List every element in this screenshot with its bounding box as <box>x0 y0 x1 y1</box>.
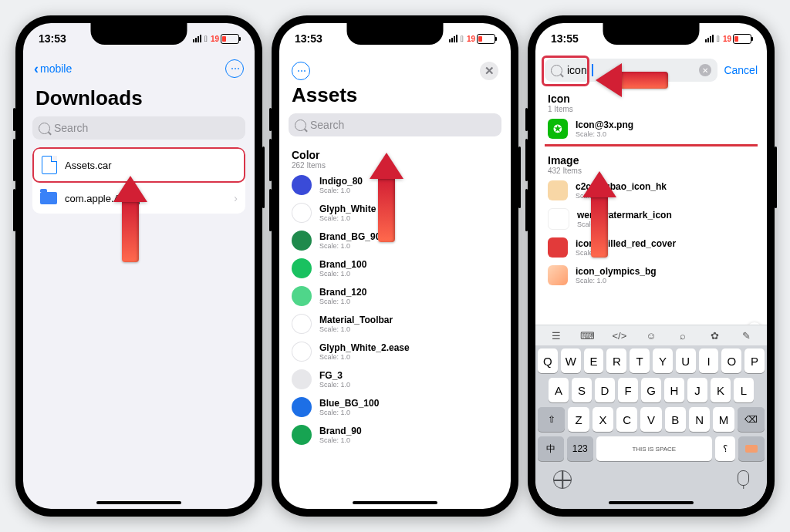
key-i[interactable]: I <box>699 348 719 373</box>
key-b[interactable]: B <box>665 407 686 432</box>
result-item[interactable]: weru watermark_iconScale: 1.0 <box>543 204 759 234</box>
back-button[interactable]: ‹ mobile <box>34 61 72 77</box>
close-button[interactable]: ✕ <box>480 62 498 80</box>
mic-icon[interactable] <box>738 470 749 486</box>
asset-item[interactable]: Glyph_White_2.easeScale: 1.0 <box>287 338 503 365</box>
key-m[interactable]: M <box>713 407 734 432</box>
kbd-tool-icon[interactable]: ☺ <box>643 328 660 342</box>
key-language[interactable]: 中 <box>538 436 564 461</box>
key-l[interactable]: L <box>734 378 754 402</box>
search-input[interactable]: icon ✕ <box>545 59 717 82</box>
keyboard: ☰ ⌨ </> ☺ ⌕ ✿ ✎ QWERTYUIOP ASDFGHJKL ⇧ZX… <box>535 325 767 509</box>
search-input[interactable]: Search <box>32 116 245 140</box>
result-thumb <box>548 208 569 230</box>
asset-scale: Scale: 1.0 <box>319 325 393 333</box>
key-p[interactable]: P <box>744 348 765 373</box>
asset-item[interactable]: Brand_90Scale: 1.0 <box>287 421 503 449</box>
home-indicator[interactable] <box>609 501 694 504</box>
nav-bar: ‹ mobile ⋯ <box>23 54 255 83</box>
battery-icon <box>221 34 239 44</box>
phone-frame-1: 13:53 􀙇 19 ‹ mobile ⋯ Downloads <box>15 15 262 517</box>
text-cursor <box>592 64 593 76</box>
file-row-assets-car[interactable]: Assets.car <box>32 147 245 183</box>
kbd-tool-icon[interactable]: </> <box>611 328 628 342</box>
key-f[interactable]: F <box>618 378 638 402</box>
asset-item[interactable]: FG_3Scale: 1.0 <box>287 365 503 393</box>
key-return[interactable] <box>738 436 765 461</box>
asset-item[interactable]: Brand_100Scale: 1.0 <box>287 254 503 282</box>
result-name: c2c_h gbao_icon_hk <box>576 181 667 192</box>
asset-name: FG_3 <box>319 370 350 381</box>
key-comma[interactable]: ⸮ <box>715 436 735 461</box>
key-k[interactable]: K <box>711 378 731 402</box>
result-item[interactable]: icon_olympics_bgScale: 1.0 <box>543 261 759 289</box>
color-swatch <box>292 231 312 251</box>
key-o[interactable]: O <box>721 348 741 373</box>
color-swatch <box>292 286 312 306</box>
home-indicator[interactable] <box>96 501 181 504</box>
kbd-tool-icon[interactable]: ☰ <box>548 328 565 342</box>
signal-icon <box>705 35 714 42</box>
search-input[interactable]: Search <box>289 113 501 136</box>
key-shift[interactable]: ⇧ <box>538 407 565 432</box>
key-n[interactable]: N <box>689 407 710 432</box>
key-q[interactable]: Q <box>538 348 558 373</box>
folder-row-airdrop[interactable]: com.apple.Air rop › <box>32 183 245 214</box>
key-h[interactable]: H <box>664 378 684 402</box>
phone-frame-3: 13:55 􀙇 19 icon ✕ Cancel <box>528 15 775 517</box>
close-icon: ✕ <box>702 66 708 75</box>
kbd-tool-icon[interactable]: ⌨ <box>579 328 596 342</box>
kbd-tool-icon[interactable]: ✿ <box>706 328 723 342</box>
key-numbers[interactable]: 123 <box>567 436 593 461</box>
kbd-tool-icon[interactable]: ✎ <box>738 328 755 342</box>
result-item[interactable]: c2c_h gbao_icon_hkScale: 1.0 <box>543 177 759 204</box>
key-z[interactable]: Z <box>568 407 589 432</box>
asset-item[interactable]: Glyph_WhiteScale: 1.0 <box>287 199 503 227</box>
key-u[interactable]: U <box>676 348 696 373</box>
asset-item[interactable]: Indigo_80Scale: 1.0 <box>287 171 503 199</box>
key-space[interactable]: THIS IS SPACE <box>596 436 712 461</box>
ellipsis-icon: ⋯ <box>231 63 239 74</box>
key-a[interactable]: A <box>549 378 569 402</box>
section-title: Image <box>548 154 755 167</box>
asset-item[interactable]: Brand_120Scale: 1.0 <box>287 282 503 310</box>
more-menu-button[interactable]: ⋯ <box>225 59 244 78</box>
asset-item[interactable]: Blue_BG_100Scale: 1.0 <box>287 393 503 421</box>
key-s[interactable]: S <box>572 378 592 402</box>
section-count: 432 Items <box>548 167 755 175</box>
asset-name: Blue_BG_100 <box>319 398 379 409</box>
screen-1: 13:53 􀙇 19 ‹ mobile ⋯ Downloads <box>23 23 255 509</box>
cancel-button[interactable]: Cancel <box>724 64 758 76</box>
key-v[interactable]: V <box>640 407 661 432</box>
keyboard-suggestion-bar[interactable]: ☰ ⌨ </> ☺ ⌕ ✿ ✎ <box>535 325 767 345</box>
folder-icon <box>40 192 57 204</box>
asset-scale: Scale: 1.0 <box>319 381 350 389</box>
color-swatch <box>292 175 312 195</box>
section-title: Icon <box>548 93 755 105</box>
key-c[interactable]: C <box>616 407 637 432</box>
key-x[interactable]: X <box>592 407 613 432</box>
key-e[interactable]: E <box>584 348 604 373</box>
globe-icon[interactable] <box>553 470 572 489</box>
kbd-tool-icon[interactable]: ⌕ <box>674 328 691 342</box>
key-w[interactable]: W <box>561 348 581 373</box>
asset-item[interactable]: Brand_BG_90Scale: 1.0 <box>287 227 503 254</box>
key-r[interactable]: R <box>606 348 626 373</box>
document-icon <box>42 156 57 174</box>
result-item[interactable]: icons_filled_red_coverScale: 1.0 <box>543 234 759 261</box>
asset-name: Material_Toolbar <box>319 315 393 325</box>
clear-search-button[interactable]: ✕ <box>699 64 711 76</box>
result-scale: Scale: 1.0 <box>576 277 657 285</box>
result-list-image: c2c_h gbao_icon_hkScale: 1.0weru waterma… <box>535 177 767 289</box>
key-d[interactable]: D <box>595 378 615 402</box>
key-delete[interactable]: ⌫ <box>738 407 765 432</box>
asset-item[interactable]: Material_ToolbarScale: 1.0 <box>287 310 503 338</box>
key-t[interactable]: T <box>630 348 650 373</box>
more-menu-button[interactable]: ⋯ <box>292 62 310 80</box>
result-item[interactable]: ✪ Icon@3x.png Scale: 3.0 <box>543 115 759 143</box>
key-j[interactable]: J <box>687 378 707 402</box>
home-indicator[interactable] <box>353 501 437 504</box>
key-g[interactable]: G <box>641 378 661 402</box>
result-scale: Scale: 1.0 <box>577 221 672 228</box>
key-y[interactable]: Y <box>653 348 673 373</box>
